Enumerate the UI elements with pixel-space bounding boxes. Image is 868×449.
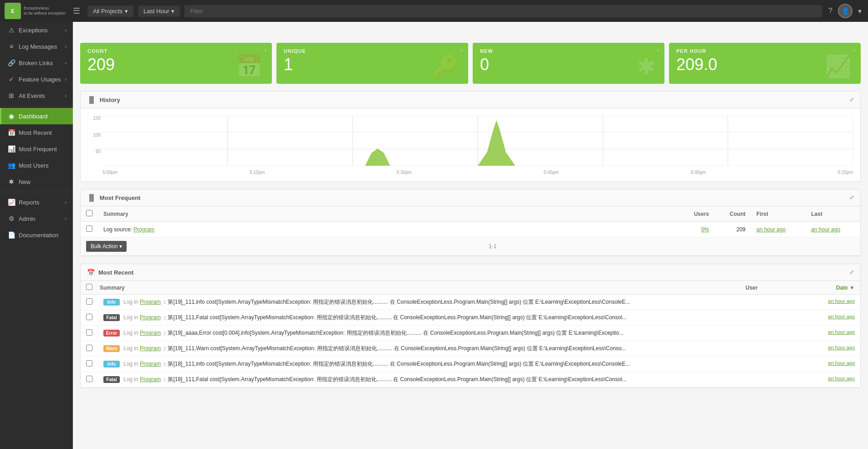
td-checkbox — [81, 222, 98, 237]
ev-source-link[interactable]: Program — [140, 330, 161, 336]
event-checkbox[interactable] — [86, 314, 92, 320]
chevron-right-icon: › — [65, 44, 66, 49]
projects-dropdown[interactable]: All Projects ▾ — [87, 5, 133, 17]
sidebar-item-documentation[interactable]: 📄 Documentation — [0, 227, 73, 243]
history-panel-header: ▐▌ History ⤢ — [81, 92, 860, 108]
sidebar-item-broken-links[interactable]: 🔗 Broken Links › — [0, 55, 73, 71]
event-text: Log in Program ：第[18]_111,Fatal cost[Sys… — [123, 376, 824, 383]
expand-icon[interactable]: ⤢ — [849, 97, 854, 103]
table-row: Log source: Program 0% 209 an hour ago a… — [81, 222, 860, 237]
event-time[interactable]: an hour ago — [828, 314, 855, 319]
expand-icon-2[interactable]: ⤢ — [849, 194, 854, 201]
time-dropdown[interactable]: Last Hour ▾ — [138, 5, 180, 17]
event-text: Log in Program ：第[18]_111,info cost[Syst… — [123, 360, 824, 368]
x-axis-labels: 5:00pm 5:15pm 5:30pm 5:45pm 6:00pm 6:15p… — [102, 170, 853, 175]
sidebar-label: New — [19, 179, 31, 185]
most-frequent-title: Most Frequent — [100, 194, 141, 201]
asterisk-stat-icon: ✱ — [637, 54, 655, 79]
filter-input[interactable] — [184, 5, 822, 17]
sidebar-item-admin[interactable]: ⚙ Admin › — [0, 210, 73, 227]
y-label-50: 50 — [96, 149, 101, 154]
badge-error: Error — [103, 330, 120, 337]
event-checkbox-cell — [86, 360, 100, 368]
last-link[interactable]: an hour ago — [811, 226, 840, 233]
select-all-checkbox[interactable] — [86, 210, 92, 216]
sidebar-item-most-users[interactable]: 👥 Most Users — [0, 157, 73, 173]
mr-th-date[interactable]: Date ▼ — [800, 285, 855, 291]
expand-icon-3[interactable]: ⤢ — [849, 269, 854, 276]
bulk-action-button[interactable]: Bulk Action ▾ — [86, 241, 127, 252]
sidebar-item-most-recent[interactable]: 📅 Most Recent — [0, 124, 73, 141]
doc-icon: 📄 — [8, 231, 15, 239]
sidebar-item-reports[interactable]: 📈 Reports › — [0, 194, 73, 210]
event-checkbox[interactable] — [86, 360, 92, 367]
event-row: Warn Log in Program ：第[19]_111,Warn cost… — [81, 341, 860, 357]
stat-label-per-hour: PER HOUR — [676, 48, 853, 54]
badge-fatal: Fatal — [103, 376, 120, 383]
stat-arrow-per-hour[interactable]: › — [853, 47, 855, 53]
ev-action: Log in — [123, 376, 140, 383]
chevron-right-icon: › — [65, 28, 66, 33]
td-last: an hour ago — [806, 222, 860, 237]
ev-source-link[interactable]: Program — [140, 361, 161, 367]
logo-text: Exceptionless to be without exception — [24, 6, 66, 16]
sidebar-item-new[interactable]: ✱ New — [0, 173, 73, 190]
mr-select-all[interactable] — [86, 284, 92, 290]
stat-value-new: 0 — [480, 56, 657, 73]
help-button[interactable]: ? — [827, 5, 834, 17]
account-menu-button[interactable]: ▾ — [856, 5, 863, 17]
chevron-right-icon: › — [65, 61, 66, 66]
event-checkbox-cell — [86, 376, 100, 383]
badge-info: Info — [103, 299, 120, 306]
sidebar-item-log-messages[interactable]: ≡ Log Messages › — [0, 38, 73, 55]
row-checkbox[interactable] — [86, 225, 92, 232]
chevron-right-icon: › — [65, 77, 66, 82]
avatar[interactable]: 👤 — [838, 4, 853, 18]
event-checkbox-cell — [86, 329, 100, 337]
sidebar-label: Documentation — [19, 232, 58, 239]
layout: ⚠ Exceptions › ≡ Log Messages › 🔗 Broken… — [0, 36, 868, 449]
chevron-right-icon: › — [65, 216, 66, 221]
sidebar-label: Most Frequent — [19, 146, 57, 153]
chart-area: 150 100 50 — [88, 116, 853, 175]
event-time[interactable]: an hour ago — [828, 360, 855, 366]
sidebar-label: Most Recent — [19, 129, 52, 136]
event-time[interactable]: an hour ago — [828, 329, 855, 335]
event-checkbox-cell — [86, 345, 100, 352]
stat-arrow-count[interactable]: › — [265, 47, 266, 53]
ev-source-link[interactable]: Program — [140, 299, 161, 305]
ev-message: ：第[19]_111,Warn cost[System.ArrayTypeMis… — [162, 345, 626, 352]
stat-card-unique: UNIQUE 1 › 🔑 — [276, 43, 468, 84]
event-checkbox-cell — [86, 314, 100, 321]
event-checkbox[interactable] — [86, 298, 92, 305]
log-source-link[interactable]: Program — [133, 226, 154, 233]
ev-source-link[interactable]: Program — [140, 345, 161, 352]
logo: E Exceptionless to be without exception — [5, 3, 66, 19]
ev-source-link[interactable]: Program — [140, 314, 161, 321]
event-checkbox[interactable] — [86, 345, 92, 351]
grid-icon: ⊞ — [8, 92, 15, 99]
sidebar-item-feature-usages[interactable]: ✓ Feature Usages › — [0, 71, 73, 87]
topbar: E Exceptionless to be without exception … — [0, 0, 868, 22]
sidebar-item-dashboard[interactable]: ◉ Dashboard — [0, 108, 73, 124]
event-time[interactable]: an hour ago — [828, 376, 855, 381]
sidebar-item-most-frequent[interactable]: 📊 Most Frequent — [0, 141, 73, 157]
event-row: Fatal Log in Program ：第[18]_111,Fatal co… — [81, 372, 860, 388]
stat-arrow-new[interactable]: › — [657, 47, 659, 53]
y-axis-labels: 150 100 50 — [88, 116, 102, 166]
ev-source-link[interactable]: Program — [140, 376, 161, 383]
reports-icon: 📈 — [8, 199, 15, 206]
stat-arrow-unique[interactable]: › — [461, 47, 463, 53]
sidebar-item-exceptions[interactable]: ⚠ Exceptions › — [0, 22, 73, 38]
event-checkbox[interactable] — [86, 329, 92, 336]
event-checkbox[interactable] — [86, 376, 92, 382]
event-time[interactable]: an hour ago — [828, 345, 855, 350]
hamburger-button[interactable]: ☰ — [70, 4, 83, 18]
x-label-500pm: 5:00pm — [102, 170, 117, 175]
event-time[interactable]: an hour ago — [828, 298, 855, 304]
bulk-action-row: Bulk Action ▾ 1-1 — [81, 237, 860, 256]
users-link[interactable]: 0% — [701, 226, 709, 233]
sidebar-item-all-events[interactable]: ⊞ All Events › — [0, 87, 73, 104]
users-icon: 👥 — [8, 162, 15, 169]
first-link[interactable]: an hour ago — [756, 226, 786, 233]
